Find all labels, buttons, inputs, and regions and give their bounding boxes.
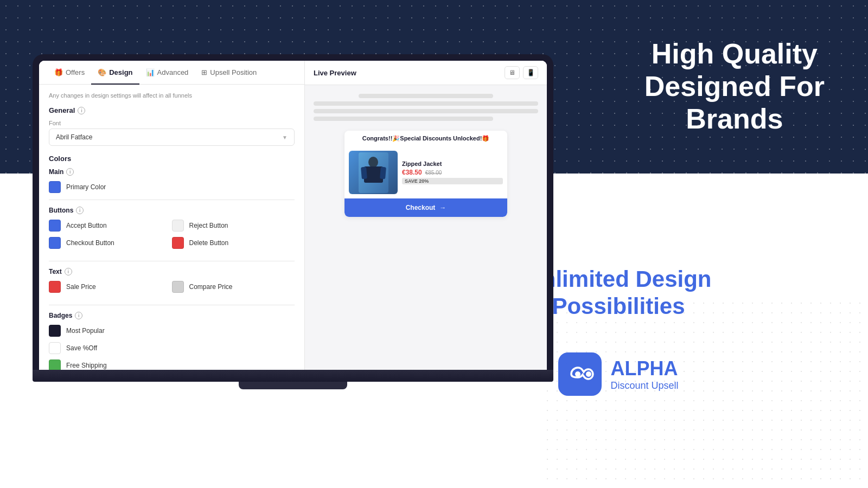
badge-save-row: Save %Off (49, 342, 295, 354)
checkout-button-label: Checkout Button (66, 239, 114, 247)
buttons-subsection-title: Buttons i (49, 207, 295, 214)
accept-button-label: Accept Button (66, 222, 107, 229)
text-grid: Sale Price Compare Price (49, 281, 295, 298)
checkout-button[interactable]: Checkout → (344, 198, 507, 217)
price-row: €38.50 €85.00 (402, 169, 503, 176)
svg-rect-4 (380, 166, 386, 179)
sale-price-row: Sale Price (49, 281, 172, 293)
delete-button-swatch[interactable] (172, 237, 184, 249)
svg-point-6 (575, 371, 580, 377)
desktop-view-btn[interactable]: 🖥 (505, 66, 520, 79)
delete-button-label: Delete Button (189, 239, 229, 247)
badge-save-swatch[interactable] (49, 342, 61, 354)
reject-button-swatch[interactable] (172, 220, 184, 232)
accept-button-row: Accept Button (49, 220, 172, 232)
preview-header: Live Preview 🖥 📱 (305, 61, 547, 85)
alpha-logo-svg (566, 360, 594, 388)
left-panel[interactable]: 🎁 Offers 🎨 Design 📊 Advanced (39, 61, 305, 370)
main-subsection-title: Main i (49, 168, 295, 176)
laptop-base (33, 370, 553, 382)
upsell-icon: ⊞ (201, 68, 207, 76)
compare-price-swatch[interactable] (172, 281, 184, 293)
tab-advanced[interactable]: 📊 Advanced (139, 61, 195, 84)
skeleton-line-1 (359, 94, 493, 98)
main-info-icon: i (66, 168, 74, 176)
price-sale: €38.50 (402, 169, 422, 176)
right-panel: Live Preview 🖥 📱 (305, 61, 547, 370)
skeleton-lines (314, 94, 538, 124)
mobile-view-btn[interactable]: 📱 (523, 66, 538, 79)
advanced-icon: 📊 (146, 68, 155, 76)
alpha-title: ALPHA (610, 357, 678, 380)
badge-shipping-row: Free Shipping (49, 359, 295, 370)
text-info-icon: i (65, 268, 72, 275)
preview-controls: 🖥 📱 (505, 66, 538, 79)
primary-color-label: Primary Color (66, 183, 106, 191)
offers-icon: 🎁 (54, 68, 63, 76)
alpha-text-block: ALPHA Discount Upsell (610, 357, 678, 391)
skeleton-line-3 (314, 109, 538, 113)
tabs: 🎁 Offers 🎨 Design 📊 Advanced (39, 61, 304, 85)
design-icon: 🎨 (98, 68, 106, 76)
font-select-arrow: ▼ (282, 134, 288, 140)
product-img-svg (359, 152, 388, 193)
preview-area: Congrats!!🎉Special Discounts Unlocked!🎁 (305, 85, 547, 370)
badges-info-icon: i (75, 312, 82, 319)
skeleton-line-4 (314, 117, 493, 121)
badge-most-popular-label: Most Popular (66, 327, 105, 335)
svg-rect-3 (361, 166, 367, 179)
font-label: Font (49, 120, 295, 126)
primary-color-swatch[interactable] (49, 181, 61, 193)
badge-most-popular-row: Most Popular (49, 325, 295, 337)
laptop-screen-outer: 🎁 Offers 🎨 Design 📊 Advanced (33, 54, 553, 370)
preview-title: Live Preview (314, 69, 356, 77)
colors-section-title: Colors (49, 155, 295, 163)
buttons-grid: Accept Button Reject Button Checkout But… (49, 220, 295, 254)
badge-save-label: Save %Off (66, 344, 97, 352)
buttons-info-icon: i (76, 207, 84, 214)
alpha-brand: ALPHA Discount Upsell (558, 352, 678, 396)
product-image (349, 151, 398, 194)
tab-upsell-position[interactable]: ⊞ Upsell Position (195, 61, 263, 84)
bottom-left: 🎁 Offers 🎨 Design 📊 Advanced (0, 174, 369, 488)
tab-upsell-label: Upsell Position (210, 68, 257, 76)
compare-price-label: Compare Price (189, 283, 233, 291)
reject-button-label: Reject Button (189, 222, 228, 229)
congrats-text: Congrats!!🎉Special Discounts Unlocked!🎁 (344, 131, 507, 146)
price-original: €85.00 (425, 170, 442, 176)
skeleton-line-2 (314, 101, 538, 106)
checkout-button-row: Checkout Button (49, 237, 172, 249)
general-info-icon: i (78, 107, 85, 114)
accept-button-swatch[interactable] (49, 220, 61, 232)
badge-shipping-swatch[interactable] (49, 359, 61, 370)
svg-point-7 (586, 371, 591, 377)
bottom-section: 🎁 Offers 🎨 Design 📊 Advanced (0, 174, 868, 488)
laptop-screen: 🎁 Offers 🎨 Design 📊 Advanced (39, 61, 547, 370)
product-name: Zipped Jacket (402, 160, 503, 167)
save-badge: SAVE 20% (402, 178, 503, 184)
notice-text: Any changes in design settings will affe… (49, 92, 295, 99)
badge-shipping-label: Free Shipping (66, 362, 107, 369)
laptop-stand (239, 382, 347, 389)
laptop-wrapper: 🎁 Offers 🎨 Design 📊 Advanced (33, 54, 553, 389)
badges-subsection-title: Badges i (49, 312, 295, 319)
svg-point-1 (368, 157, 378, 168)
alpha-subtitle: Discount Upsell (610, 380, 678, 391)
font-select[interactable]: Abril Fatface ▼ (49, 129, 295, 146)
banner-title: High Quality Designed For Brands (644, 38, 825, 135)
divider-1 (49, 200, 295, 200)
delete-button-row: Delete Button (172, 237, 295, 249)
alpha-logo (558, 352, 602, 396)
product-info: Zipped Jacket €38.50 €85.00 SAVE 20% (402, 151, 503, 194)
badge-most-popular-swatch[interactable] (49, 325, 61, 337)
sale-price-swatch[interactable] (49, 281, 61, 293)
divider-2 (49, 261, 295, 261)
product-card: Congrats!!🎉Special Discounts Unlocked!🎁 (344, 131, 507, 217)
tab-advanced-label: Advanced (157, 68, 189, 76)
tab-offers-label: Offers (66, 68, 85, 76)
reject-button-row: Reject Button (172, 220, 295, 232)
checkout-button-swatch[interactable] (49, 237, 61, 249)
tab-offers[interactable]: 🎁 Offers (48, 61, 91, 84)
primary-color-row: Primary Color (49, 181, 295, 193)
tab-design[interactable]: 🎨 Design (91, 61, 139, 84)
